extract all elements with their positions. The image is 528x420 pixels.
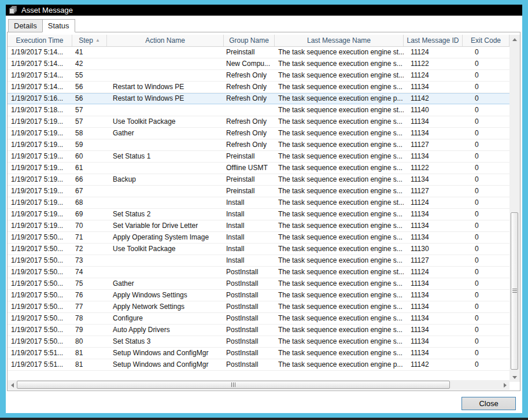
titlebar[interactable]: Asset Message bbox=[6, 5, 522, 16]
table-row[interactable]: 1/19/2017 5:50...74PostInstallThe task s… bbox=[8, 267, 509, 278]
cell-group-name: Offline USMT bbox=[224, 163, 275, 174]
vertical-scrollbar-thumb[interactable] bbox=[511, 212, 518, 370]
table-row[interactable]: 1/19/2017 5:14...41PreinstallThe task se… bbox=[8, 47, 509, 58]
window-title: Asset Message bbox=[21, 6, 73, 14]
table-row[interactable]: 1/19/2017 5:14...56Restart to Windows PE… bbox=[8, 82, 509, 93]
stacked-pages-icon bbox=[9, 6, 17, 14]
cell-group-name: Preinstall bbox=[224, 174, 275, 185]
table-row[interactable]: 1/19/2017 5:50...76Apply Windows Setting… bbox=[8, 290, 509, 301]
table-row[interactable]: 1/19/2017 5:19...67PreinstallThe task se… bbox=[8, 186, 509, 197]
table-row[interactable]: 1/19/2017 5:51...81Setup Windows and Con… bbox=[8, 348, 509, 359]
table-row[interactable]: 1/19/2017 5:19...57Use Toolkit PackageRe… bbox=[8, 116, 509, 128]
cell-last-message-name: The task sequence execution engine p... bbox=[275, 93, 404, 104]
cell-last-message-name: The task sequence execution engine s... bbox=[275, 116, 404, 127]
cell-action-name bbox=[107, 186, 224, 197]
cell-group-name: PostInstall bbox=[224, 278, 275, 289]
column-header-last-message-id[interactable]: Last Message ID bbox=[404, 35, 463, 46]
cell-exit-code: 0 bbox=[463, 128, 509, 139]
tab-details[interactable]: Details bbox=[8, 19, 43, 32]
cell-group-name: Preinstall bbox=[224, 47, 275, 58]
cell-step: 80 bbox=[72, 336, 107, 347]
cell-step: 73 bbox=[72, 255, 107, 266]
table-row[interactable]: 1/19/2017 5:14...42New Compu...The task … bbox=[8, 58, 509, 70]
table-row[interactable]: 1/19/2017 5:19...61Offline USMTThe task … bbox=[8, 163, 509, 174]
column-header-action-name[interactable]: Action Name bbox=[107, 35, 224, 46]
cell-last-message-id: 11124 bbox=[404, 267, 463, 278]
cell-action-name: Setup Windows and ConfigMgr bbox=[107, 359, 224, 370]
cell-exit-code: 0 bbox=[463, 93, 509, 104]
cell-execution-time: 1/19/2017 5:14... bbox=[8, 58, 72, 69]
scroll-right-button[interactable] bbox=[500, 380, 509, 390]
cell-last-message-id: 11127 bbox=[404, 255, 463, 266]
cell-last-message-name: The task sequence execution engine s... bbox=[275, 301, 404, 312]
cell-group-name: PostInstall bbox=[224, 290, 275, 301]
table-row[interactable]: 1/19/2017 5:19...66BackupPreinstallThe t… bbox=[8, 174, 509, 186]
cell-last-message-name: The task sequence execution engine st... bbox=[275, 70, 404, 81]
table-row[interactable]: 1/19/2017 5:19...70Set Variable for Driv… bbox=[8, 220, 509, 232]
cell-group-name: PostInstall bbox=[224, 359, 275, 370]
table-row[interactable]: 1/19/2017 5:14...55Refresh OnlyThe task … bbox=[8, 70, 509, 82]
column-header-execution-time[interactable]: Execution Time bbox=[8, 35, 72, 46]
sort-ascending-icon: ▲ bbox=[95, 38, 100, 43]
table-row[interactable]: 1/19/2017 5:19...59Refresh OnlyThe task … bbox=[8, 139, 509, 151]
horizontal-scrollbar[interactable] bbox=[8, 380, 509, 390]
cell-group-name bbox=[224, 105, 275, 116]
column-header-last-message-name[interactable]: Last Message Name bbox=[275, 35, 404, 46]
cell-group-name: Preinstall bbox=[224, 186, 275, 197]
table-row[interactable]: 1/19/2017 5:19...69Set Status 2InstallTh… bbox=[8, 209, 509, 220]
vertical-scrollbar[interactable] bbox=[509, 35, 520, 382]
close-button[interactable]: Close bbox=[461, 397, 516, 410]
table-row[interactable]: 1/19/2017 5:19...58GatherRefresh OnlyThe… bbox=[8, 128, 509, 139]
cell-execution-time: 1/19/2017 5:51... bbox=[8, 359, 72, 370]
cell-group-name: Preinstall bbox=[224, 151, 275, 162]
table-row[interactable]: 1/19/2017 5:16...56Restart to Windows PE… bbox=[8, 93, 509, 105]
asset-message-window: Asset Message Details Status Execution T… bbox=[0, 0, 528, 420]
scrollbar-grip-icon bbox=[512, 289, 517, 293]
cell-group-name: Refresh Only bbox=[224, 93, 275, 104]
table-row[interactable]: 1/19/2017 5:51...81Setup Windows and Con… bbox=[8, 359, 509, 371]
horizontal-scrollbar-thumb[interactable] bbox=[17, 381, 450, 389]
column-header-group-name[interactable]: Group Name bbox=[224, 35, 275, 46]
cell-last-message-name: The task sequence execution engine s... bbox=[275, 325, 404, 336]
cell-execution-time: 1/19/2017 5:19... bbox=[8, 209, 72, 220]
column-header-exit-code[interactable]: Exit Code bbox=[463, 35, 509, 46]
cell-exit-code: 0 bbox=[463, 301, 509, 312]
cell-step: 74 bbox=[72, 267, 107, 278]
cell-exit-code: 0 bbox=[463, 186, 509, 197]
cell-last-message-name: The task sequence execution engine s... bbox=[275, 82, 404, 93]
table-row[interactable]: 1/19/2017 5:19...60Set Status 1Preinstal… bbox=[8, 151, 509, 163]
cell-last-message-id: 11134 bbox=[404, 313, 463, 324]
table-row[interactable]: 1/19/2017 5:50...73InstallThe task seque… bbox=[8, 255, 509, 267]
tab-status[interactable]: Status bbox=[42, 19, 75, 32]
table-row[interactable]: 1/19/2017 5:50...79Auto Apply DriversPos… bbox=[8, 325, 509, 336]
cell-group-name: Refresh Only bbox=[224, 116, 275, 127]
table-row[interactable]: 1/19/2017 5:50...71Apply Operating Syste… bbox=[8, 232, 509, 244]
column-header-label: Last Message Name bbox=[307, 36, 371, 45]
column-header-step[interactable]: Step▲ bbox=[72, 35, 107, 46]
cell-exit-code: 0 bbox=[463, 139, 509, 150]
scroll-down-icon bbox=[512, 376, 517, 379]
cell-exit-code: 0 bbox=[463, 209, 509, 220]
cell-exit-code: 0 bbox=[463, 336, 509, 347]
scroll-right-icon bbox=[504, 383, 507, 388]
cell-execution-time: 1/19/2017 5:50... bbox=[8, 278, 72, 289]
cell-group-name: PostInstall bbox=[224, 313, 275, 324]
table-row[interactable]: 1/19/2017 5:50...77Apply Network Setting… bbox=[8, 301, 509, 313]
scroll-left-button[interactable] bbox=[8, 380, 17, 390]
table-row[interactable]: 1/19/2017 5:19...68InstallThe task seque… bbox=[8, 197, 509, 209]
table-row[interactable]: 1/19/2017 5:50...72Use Toolkit PackageIn… bbox=[8, 244, 509, 255]
cell-last-message-name: The task sequence execution engine s... bbox=[275, 139, 404, 150]
table-row[interactable]: 1/19/2017 5:50...75GatherPostInstallThe … bbox=[8, 278, 509, 290]
cell-step: 72 bbox=[72, 244, 107, 255]
scroll-down-button[interactable] bbox=[509, 373, 520, 382]
cell-execution-time: 1/19/2017 5:50... bbox=[8, 232, 72, 243]
cell-exit-code: 0 bbox=[463, 267, 509, 278]
cell-execution-time: 1/19/2017 5:16... bbox=[8, 93, 72, 104]
table-row[interactable]: 1/19/2017 5:50...80Set Status 3PostInsta… bbox=[8, 336, 509, 348]
cell-group-name: Install bbox=[224, 232, 275, 243]
table-row[interactable]: 1/19/2017 5:18...57The task sequence exe… bbox=[8, 105, 509, 116]
scroll-up-button[interactable] bbox=[509, 35, 520, 44]
cell-step: 76 bbox=[72, 290, 107, 301]
cell-last-message-id: 11142 bbox=[404, 359, 463, 370]
table-row[interactable]: 1/19/2017 5:50...78ConfigurePostInstallT… bbox=[8, 313, 509, 325]
